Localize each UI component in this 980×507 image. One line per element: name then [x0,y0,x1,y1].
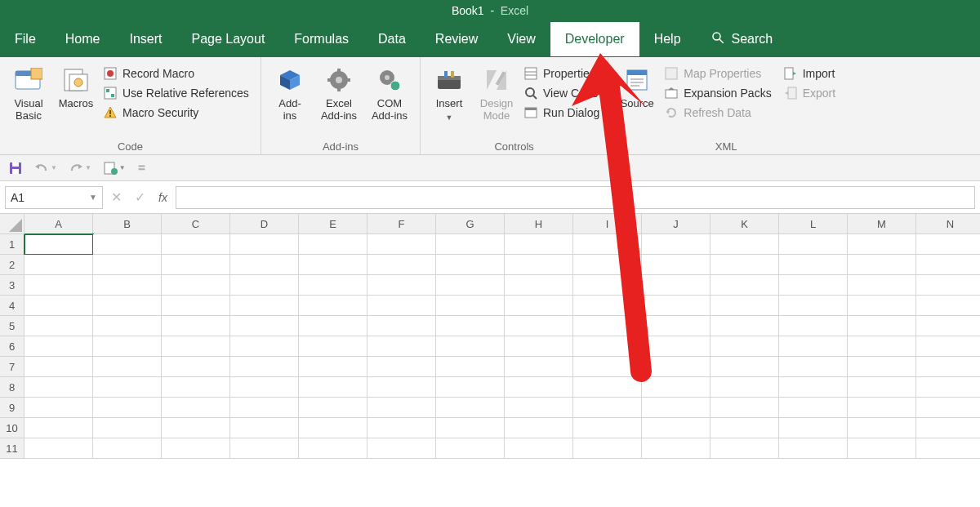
cell[interactable] [710,275,779,296]
column-header[interactable]: K [710,214,779,234]
cell[interactable] [916,296,980,316]
cell[interactable] [642,296,710,316]
cell[interactable] [162,398,230,418]
cell[interactable] [93,336,162,357]
select-all-corner[interactable] [0,214,24,234]
cell[interactable] [24,398,93,418]
qat-customize-button[interactable]: ▼ [103,161,126,176]
cell[interactable] [505,255,573,275]
cell[interactable] [710,234,779,255]
cell[interactable] [93,418,162,438]
row-header[interactable]: 5 [0,316,24,336]
row-header[interactable]: 6 [0,336,24,357]
xml-source-button[interactable]: Source [615,62,659,139]
cell[interactable] [848,438,916,459]
cell[interactable] [642,234,710,255]
cell[interactable] [848,275,916,296]
cell[interactable] [779,234,848,255]
cell[interactable] [230,438,299,459]
cell[interactable] [162,296,230,316]
cell[interactable] [24,255,93,275]
cell[interactable] [24,357,93,377]
cell[interactable] [436,336,505,357]
cell[interactable] [230,357,299,377]
cell[interactable] [230,336,299,357]
cell[interactable] [710,398,779,418]
cell[interactable] [368,296,436,316]
cell[interactable] [848,418,916,438]
cell[interactable] [24,377,93,398]
cell[interactable] [368,336,436,357]
column-header[interactable]: N [916,214,980,234]
cell[interactable] [230,275,299,296]
cell[interactable] [24,418,93,438]
column-header[interactable]: J [642,214,710,234]
cell[interactable] [93,296,162,316]
cell[interactable] [162,438,230,459]
cell[interactable] [436,316,505,336]
cell[interactable] [436,398,505,418]
cell[interactable] [916,377,980,398]
cell[interactable] [24,234,93,255]
qat-more-button[interactable]: 〓 [137,162,146,174]
column-header[interactable]: H [505,214,573,234]
cell[interactable] [642,316,710,336]
cell[interactable] [162,336,230,357]
cell[interactable] [93,255,162,275]
cell[interactable] [299,275,368,296]
cell[interactable] [710,418,779,438]
cell[interactable] [368,377,436,398]
cell[interactable] [779,336,848,357]
cell[interactable] [848,296,916,316]
cell[interactable] [848,255,916,275]
cell[interactable] [436,377,505,398]
fx-icon[interactable]: fx [158,191,167,204]
cell[interactable] [505,234,573,255]
cell[interactable] [436,255,505,275]
cell[interactable] [93,438,162,459]
cell[interactable] [779,377,848,398]
cell[interactable] [93,234,162,255]
cell[interactable] [230,255,299,275]
cell[interactable] [299,438,368,459]
column-header[interactable]: I [573,214,642,234]
row-header[interactable]: 8 [0,377,24,398]
undo-button[interactable]: ▼ [34,162,57,174]
cell[interactable] [642,377,710,398]
cell[interactable] [573,296,642,316]
cell[interactable] [710,316,779,336]
cell[interactable] [436,357,505,377]
row-header[interactable]: 9 [0,398,24,418]
cell[interactable] [710,357,779,377]
expansion-packs-button[interactable]: Expansion Packs [662,85,773,101]
cell[interactable] [24,316,93,336]
refresh-data-button[interactable]: Refresh Data [662,105,773,121]
cell[interactable] [916,255,980,275]
cell[interactable] [642,438,710,459]
row-header[interactable]: 7 [0,357,24,377]
column-header[interactable]: F [368,214,436,234]
cell[interactable] [230,316,299,336]
column-header[interactable]: G [436,214,505,234]
cell[interactable] [162,357,230,377]
redo-button[interactable]: ▼ [69,162,91,174]
row-header[interactable]: 10 [0,418,24,438]
cell[interactable] [368,438,436,459]
cell[interactable] [93,398,162,418]
cell[interactable] [505,336,573,357]
cell[interactable] [368,275,436,296]
cell[interactable] [642,255,710,275]
tab-insert[interactable]: Insert [114,22,176,56]
cell[interactable] [230,296,299,316]
cell[interactable] [573,377,642,398]
cell[interactable] [299,316,368,336]
cell[interactable] [848,398,916,418]
cell[interactable] [642,336,710,357]
cell[interactable] [573,438,642,459]
cell[interactable] [299,418,368,438]
cell[interactable] [848,336,916,357]
cell[interactable] [848,316,916,336]
cell[interactable] [573,357,642,377]
cell[interactable] [368,234,436,255]
cell[interactable] [162,418,230,438]
